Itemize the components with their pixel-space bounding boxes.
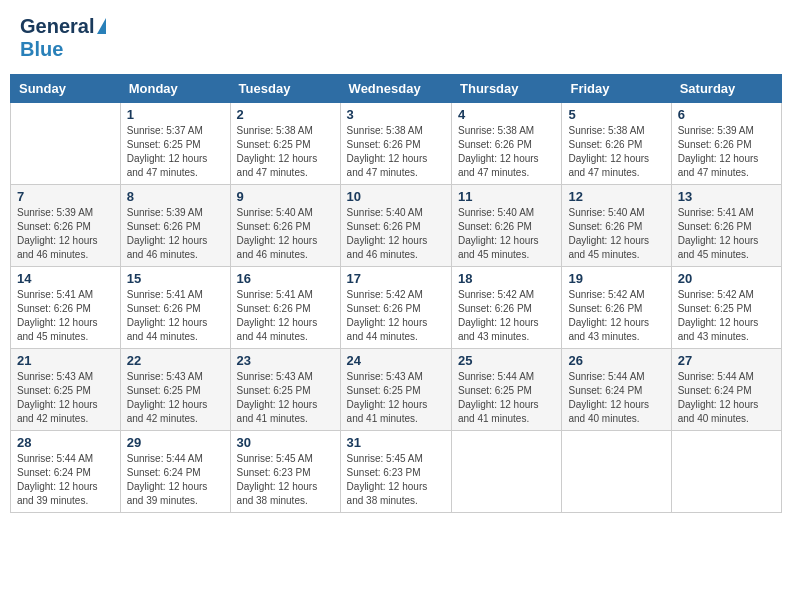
- day-number: 11: [458, 189, 555, 204]
- calendar-cell: 28Sunrise: 5:44 AM Sunset: 6:24 PM Dayli…: [11, 431, 121, 513]
- calendar-cell: 8Sunrise: 5:39 AM Sunset: 6:26 PM Daylig…: [120, 185, 230, 267]
- day-info: Sunrise: 5:42 AM Sunset: 6:26 PM Dayligh…: [347, 288, 445, 344]
- day-number: 4: [458, 107, 555, 122]
- calendar-cell: 15Sunrise: 5:41 AM Sunset: 6:26 PM Dayli…: [120, 267, 230, 349]
- calendar-week-row: 14Sunrise: 5:41 AM Sunset: 6:26 PM Dayli…: [11, 267, 782, 349]
- column-header-tuesday: Tuesday: [230, 75, 340, 103]
- day-number: 2: [237, 107, 334, 122]
- day-number: 31: [347, 435, 445, 450]
- calendar-week-row: 1Sunrise: 5:37 AM Sunset: 6:25 PM Daylig…: [11, 103, 782, 185]
- calendar-cell: 12Sunrise: 5:40 AM Sunset: 6:26 PM Dayli…: [562, 185, 671, 267]
- day-info: Sunrise: 5:41 AM Sunset: 6:26 PM Dayligh…: [17, 288, 114, 344]
- day-number: 29: [127, 435, 224, 450]
- calendar-cell: 6Sunrise: 5:39 AM Sunset: 6:26 PM Daylig…: [671, 103, 781, 185]
- day-number: 22: [127, 353, 224, 368]
- logo: General Blue: [20, 15, 106, 61]
- calendar-cell: 17Sunrise: 5:42 AM Sunset: 6:26 PM Dayli…: [340, 267, 451, 349]
- calendar-cell: 5Sunrise: 5:38 AM Sunset: 6:26 PM Daylig…: [562, 103, 671, 185]
- day-number: 27: [678, 353, 775, 368]
- calendar-cell: 10Sunrise: 5:40 AM Sunset: 6:26 PM Dayli…: [340, 185, 451, 267]
- day-info: Sunrise: 5:41 AM Sunset: 6:26 PM Dayligh…: [127, 288, 224, 344]
- day-number: 1: [127, 107, 224, 122]
- calendar-cell: 21Sunrise: 5:43 AM Sunset: 6:25 PM Dayli…: [11, 349, 121, 431]
- day-info: Sunrise: 5:45 AM Sunset: 6:23 PM Dayligh…: [347, 452, 445, 508]
- day-number: 25: [458, 353, 555, 368]
- day-number: 12: [568, 189, 664, 204]
- day-info: Sunrise: 5:40 AM Sunset: 6:26 PM Dayligh…: [568, 206, 664, 262]
- day-info: Sunrise: 5:44 AM Sunset: 6:24 PM Dayligh…: [568, 370, 664, 426]
- calendar-cell: 29Sunrise: 5:44 AM Sunset: 6:24 PM Dayli…: [120, 431, 230, 513]
- day-info: Sunrise: 5:40 AM Sunset: 6:26 PM Dayligh…: [458, 206, 555, 262]
- day-info: Sunrise: 5:43 AM Sunset: 6:25 PM Dayligh…: [347, 370, 445, 426]
- day-number: 9: [237, 189, 334, 204]
- column-header-saturday: Saturday: [671, 75, 781, 103]
- calendar-cell: 24Sunrise: 5:43 AM Sunset: 6:25 PM Dayli…: [340, 349, 451, 431]
- day-number: 3: [347, 107, 445, 122]
- day-info: Sunrise: 5:39 AM Sunset: 6:26 PM Dayligh…: [127, 206, 224, 262]
- day-number: 17: [347, 271, 445, 286]
- day-number: 20: [678, 271, 775, 286]
- calendar-cell: [671, 431, 781, 513]
- day-number: 8: [127, 189, 224, 204]
- calendar-cell: 22Sunrise: 5:43 AM Sunset: 6:25 PM Dayli…: [120, 349, 230, 431]
- day-info: Sunrise: 5:38 AM Sunset: 6:26 PM Dayligh…: [347, 124, 445, 180]
- day-info: Sunrise: 5:45 AM Sunset: 6:23 PM Dayligh…: [237, 452, 334, 508]
- day-info: Sunrise: 5:39 AM Sunset: 6:26 PM Dayligh…: [678, 124, 775, 180]
- day-number: 19: [568, 271, 664, 286]
- calendar-cell: [452, 431, 562, 513]
- day-info: Sunrise: 5:40 AM Sunset: 6:26 PM Dayligh…: [237, 206, 334, 262]
- day-number: 7: [17, 189, 114, 204]
- calendar-week-row: 21Sunrise: 5:43 AM Sunset: 6:25 PM Dayli…: [11, 349, 782, 431]
- calendar-cell: 13Sunrise: 5:41 AM Sunset: 6:26 PM Dayli…: [671, 185, 781, 267]
- calendar-cell: [11, 103, 121, 185]
- calendar-week-row: 28Sunrise: 5:44 AM Sunset: 6:24 PM Dayli…: [11, 431, 782, 513]
- calendar-cell: 27Sunrise: 5:44 AM Sunset: 6:24 PM Dayli…: [671, 349, 781, 431]
- calendar-week-row: 7Sunrise: 5:39 AM Sunset: 6:26 PM Daylig…: [11, 185, 782, 267]
- day-info: Sunrise: 5:38 AM Sunset: 6:25 PM Dayligh…: [237, 124, 334, 180]
- day-info: Sunrise: 5:42 AM Sunset: 6:26 PM Dayligh…: [458, 288, 555, 344]
- day-number: 5: [568, 107, 664, 122]
- logo-arrow-icon: [97, 18, 106, 34]
- calendar-cell: 16Sunrise: 5:41 AM Sunset: 6:26 PM Dayli…: [230, 267, 340, 349]
- calendar-cell: 25Sunrise: 5:44 AM Sunset: 6:25 PM Dayli…: [452, 349, 562, 431]
- day-info: Sunrise: 5:44 AM Sunset: 6:25 PM Dayligh…: [458, 370, 555, 426]
- calendar-cell: 19Sunrise: 5:42 AM Sunset: 6:26 PM Dayli…: [562, 267, 671, 349]
- calendar-cell: 3Sunrise: 5:38 AM Sunset: 6:26 PM Daylig…: [340, 103, 451, 185]
- day-number: 23: [237, 353, 334, 368]
- column-header-wednesday: Wednesday: [340, 75, 451, 103]
- day-info: Sunrise: 5:37 AM Sunset: 6:25 PM Dayligh…: [127, 124, 224, 180]
- day-number: 10: [347, 189, 445, 204]
- calendar-cell: 7Sunrise: 5:39 AM Sunset: 6:26 PM Daylig…: [11, 185, 121, 267]
- calendar-cell: 20Sunrise: 5:42 AM Sunset: 6:25 PM Dayli…: [671, 267, 781, 349]
- day-info: Sunrise: 5:43 AM Sunset: 6:25 PM Dayligh…: [17, 370, 114, 426]
- day-number: 21: [17, 353, 114, 368]
- day-info: Sunrise: 5:43 AM Sunset: 6:25 PM Dayligh…: [237, 370, 334, 426]
- day-info: Sunrise: 5:43 AM Sunset: 6:25 PM Dayligh…: [127, 370, 224, 426]
- day-number: 13: [678, 189, 775, 204]
- calendar-cell: 18Sunrise: 5:42 AM Sunset: 6:26 PM Dayli…: [452, 267, 562, 349]
- column-header-monday: Monday: [120, 75, 230, 103]
- day-info: Sunrise: 5:42 AM Sunset: 6:25 PM Dayligh…: [678, 288, 775, 344]
- calendar-cell: 11Sunrise: 5:40 AM Sunset: 6:26 PM Dayli…: [452, 185, 562, 267]
- day-number: 30: [237, 435, 334, 450]
- page-header: General Blue: [10, 10, 782, 66]
- day-number: 16: [237, 271, 334, 286]
- day-info: Sunrise: 5:44 AM Sunset: 6:24 PM Dayligh…: [678, 370, 775, 426]
- day-info: Sunrise: 5:44 AM Sunset: 6:24 PM Dayligh…: [17, 452, 114, 508]
- calendar-header-row: SundayMondayTuesdayWednesdayThursdayFrid…: [11, 75, 782, 103]
- column-header-thursday: Thursday: [452, 75, 562, 103]
- day-number: 24: [347, 353, 445, 368]
- day-info: Sunrise: 5:38 AM Sunset: 6:26 PM Dayligh…: [568, 124, 664, 180]
- day-number: 14: [17, 271, 114, 286]
- logo-general: General: [20, 15, 94, 38]
- day-number: 28: [17, 435, 114, 450]
- calendar-cell: 4Sunrise: 5:38 AM Sunset: 6:26 PM Daylig…: [452, 103, 562, 185]
- calendar-cell: 26Sunrise: 5:44 AM Sunset: 6:24 PM Dayli…: [562, 349, 671, 431]
- day-info: Sunrise: 5:41 AM Sunset: 6:26 PM Dayligh…: [678, 206, 775, 262]
- day-info: Sunrise: 5:44 AM Sunset: 6:24 PM Dayligh…: [127, 452, 224, 508]
- day-info: Sunrise: 5:38 AM Sunset: 6:26 PM Dayligh…: [458, 124, 555, 180]
- day-number: 18: [458, 271, 555, 286]
- calendar-cell: [562, 431, 671, 513]
- calendar-cell: 30Sunrise: 5:45 AM Sunset: 6:23 PM Dayli…: [230, 431, 340, 513]
- logo-blue: Blue: [20, 38, 63, 60]
